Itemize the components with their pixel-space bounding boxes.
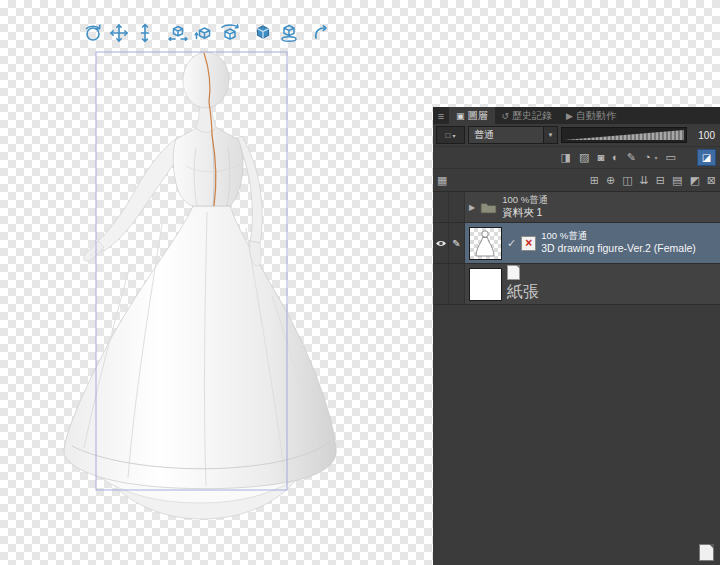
tab-auto-action-label: 自動動作 — [576, 109, 616, 123]
layer-color-icon[interactable]: ◪ — [697, 149, 716, 166]
tone-area-icon[interactable]: ▦ — [437, 175, 447, 186]
figure-layer-thumbnail[interactable] — [469, 227, 502, 260]
camera-forward-back-icon — [134, 22, 156, 44]
figure-left-arm — [98, 138, 180, 251]
object-snap-button[interactable] — [252, 22, 274, 44]
palette-menu-icon[interactable]: ≡ — [433, 110, 449, 122]
lock-transparent-pixels-icon[interactable]: ▨ — [579, 152, 589, 163]
opacity-value: 100 — [690, 130, 717, 141]
layers-palette: ≡ ▣ 圖層 ↺ 歷史記錄 ▶ 自動動作 □ ▾ 普通 ▼ 100 ◨ — [433, 107, 720, 565]
transfer-to-lower-icon[interactable]: ⇊ — [640, 175, 649, 186]
material-missing-icon: × — [521, 236, 536, 251]
history-icon: ↺ — [502, 111, 510, 121]
auto-action-icon: ▶ — [566, 111, 573, 121]
figure-edit-target-cell[interactable]: ✎ — [449, 223, 465, 263]
paper-visibility-cell[interactable] — [433, 264, 449, 304]
camera-rotate-button[interactable] — [82, 22, 104, 44]
camera-forward-back-button[interactable] — [134, 22, 156, 44]
folder-icon — [480, 201, 497, 214]
dropdown-arrow-icon: ▼ — [543, 127, 557, 143]
camera-rotate-icon — [82, 22, 104, 44]
tab-auto-action[interactable]: ▶ 自動動作 — [559, 107, 623, 124]
set-as-draft-icon[interactable]: ✎ — [627, 152, 636, 163]
apply-mask-icon[interactable]: ◩ — [689, 175, 699, 186]
tab-history[interactable]: ↺ 歷史記錄 — [495, 107, 560, 124]
layer-list: ▶ 100 %普通 資料夾 1 ✎ — [433, 192, 720, 305]
opacity-slider[interactable] — [561, 127, 687, 143]
object-rotate-plane-icon — [278, 22, 300, 44]
paper-page-icon — [507, 265, 520, 280]
layer-lock-row: ◨ ▨ ◙ ◐ ✎ ◔ ▾ ▭ ◪ — [433, 146, 720, 168]
blend-mode-dropdown[interactable]: 普通 ▼ — [468, 126, 558, 144]
layer-row-3d-figure[interactable]: ✎ ✓ × 100 %普通 3D drawing figure-Ver.2 (F… — [433, 223, 720, 264]
new-layer-folder-icon[interactable]: ◫ — [622, 175, 632, 186]
opacity-slider-fill — [564, 130, 684, 140]
blend-opacity-row: □ ▾ 普通 ▼ 100 — [433, 124, 720, 146]
new-vector-layer-icon[interactable]: ⊕ — [606, 175, 615, 186]
tab-layers[interactable]: ▣ 圖層 — [449, 107, 495, 124]
pencil-icon: ✎ — [452, 238, 460, 249]
object-move-3d-button[interactable] — [193, 22, 215, 44]
chevron-down-icon: ▾ — [452, 132, 455, 139]
layer-mask-icon[interactable]: ▤ — [672, 175, 682, 186]
ruler-range-icon[interactable]: ▭ — [666, 152, 676, 163]
palette-tab-bar: ≡ ▣ 圖層 ↺ 歷史記錄 ▶ 自動動作 — [433, 107, 720, 124]
camera-pan-button[interactable] — [108, 22, 130, 44]
object-move-button[interactable] — [167, 22, 189, 44]
object-launcher-toolbar — [82, 22, 337, 44]
layers-icon: ▣ — [456, 111, 465, 121]
tab-history-label: 歷史記錄 — [512, 109, 552, 123]
delete-layer-icon[interactable]: ⊠ — [707, 175, 716, 186]
3d-drawing-figure-object[interactable] — [0, 0, 433, 565]
folder-name[interactable]: 資料夾 1 — [502, 206, 548, 220]
panel-corner-page-icon[interactable] — [699, 544, 714, 561]
check-icon: ✓ — [507, 237, 516, 250]
clip-to-layer-below-icon[interactable]: ◨ — [561, 152, 571, 163]
camera-initial-angle-icon — [311, 22, 333, 44]
layer-command-row: ▦ ⊞ ⊕ ◫ ⇊ ⊟ ▤ ◩ ⊠ — [433, 168, 720, 192]
enable-mask-icon[interactable]: ◐ — [612, 152, 619, 163]
layer-row-paper[interactable]: 紙張 — [433, 264, 720, 305]
camera-initial-angle-button[interactable] — [311, 22, 333, 44]
merge-with-lower-icon[interactable]: ⊟ — [656, 175, 665, 186]
chevron-down-icon: ▾ — [655, 154, 658, 161]
paper-layer-thumbnail[interactable] — [469, 268, 502, 301]
folder-opacity-blend: 100 %普通 — [502, 194, 548, 206]
object-move-3d-icon — [193, 22, 215, 44]
folder-expand-icon[interactable]: ▶ — [469, 203, 475, 212]
eye-icon — [435, 239, 447, 248]
paper-layer-name[interactable]: 紙張 — [507, 282, 539, 303]
figure-bodice — [173, 127, 243, 206]
paper-edit-target-cell[interactable] — [449, 264, 465, 304]
object-snap-icon — [252, 22, 274, 44]
new-raster-layer-icon[interactable]: ⊞ — [590, 175, 599, 186]
folder-edit-target-cell[interactable] — [449, 192, 465, 222]
object-move-icon — [167, 22, 189, 44]
object-rotate-3d-icon — [219, 22, 241, 44]
layer-row-folder[interactable]: ▶ 100 %普通 資料夾 1 — [433, 192, 720, 223]
figure-opacity-blend: 100 %普通 — [541, 230, 696, 242]
blend-mode-value: 普通 — [469, 128, 543, 142]
folder-visibility-cell[interactable] — [433, 192, 449, 222]
figure-thumbnail-icon — [470, 228, 501, 259]
object-rotate-3d-button[interactable] — [219, 22, 241, 44]
figure-left-hand — [83, 241, 104, 261]
lock-layer-icon[interactable]: ◙ — [597, 152, 604, 163]
figure-visibility-cell[interactable] — [433, 223, 449, 263]
camera-pan-icon — [108, 22, 130, 44]
palette-combination-button[interactable]: □ ▾ — [436, 126, 465, 144]
object-rotate-plane-button[interactable] — [278, 22, 300, 44]
figure-layer-name[interactable]: 3D drawing figure-Ver.2 (Female) — [541, 242, 696, 256]
tab-layers-label: 圖層 — [468, 109, 488, 123]
combination-icon: □ — [446, 131, 451, 140]
set-as-reference-icon[interactable]: ◔ — [644, 152, 651, 163]
